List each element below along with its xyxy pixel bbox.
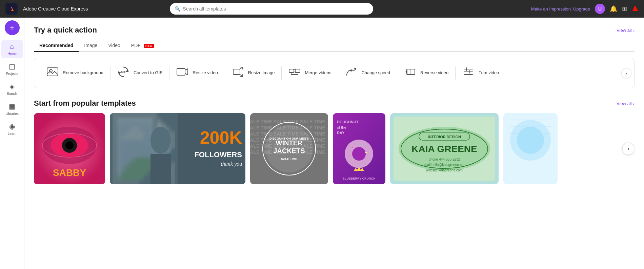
top-navigation: Adobe Creative Cloud Express 🔍 Make an I… bbox=[0, 0, 644, 18]
search-bar[interactable]: 🔍 bbox=[170, 3, 373, 15]
quick-actions-scroll-right[interactable]: › bbox=[621, 68, 631, 78]
brands-icon: ◈ bbox=[9, 82, 15, 90]
upgrade-link[interactable]: Upgrade bbox=[573, 6, 590, 12]
tab-recommended[interactable]: Recommended bbox=[34, 40, 79, 52]
templates-scroll-right[interactable]: › bbox=[622, 143, 635, 155]
remove-bg-icon bbox=[46, 66, 59, 80]
app-logo bbox=[5, 3, 18, 15]
sidebar-item-brands-label: Brands bbox=[7, 92, 18, 96]
avatar[interactable]: U bbox=[595, 4, 605, 14]
resize-image-icon bbox=[232, 66, 244, 80]
tab-pdf[interactable]: PDF NEW bbox=[126, 40, 160, 52]
template-card-5[interactable]: INTERIOR DESIGN KAIA GREENE phone 444-55… bbox=[390, 113, 499, 184]
svg-point-23 bbox=[65, 141, 74, 149]
svg-text:DOUGHNUT: DOUGHNUT bbox=[337, 120, 359, 124]
svg-text:website kaiagreene.com: website kaiagreene.com bbox=[426, 168, 463, 172]
svg-text:GIF: GIF bbox=[121, 70, 126, 74]
search-input[interactable] bbox=[183, 6, 368, 12]
svg-text:email hello@kaiagreene.com: email hello@kaiagreene.com bbox=[422, 163, 466, 167]
apps-icon[interactable]: ⊞ bbox=[622, 5, 627, 13]
svg-text:FOLLOWERS: FOLLOWERS bbox=[194, 150, 242, 159]
svg-marker-5 bbox=[632, 5, 638, 11]
resize-video-icon bbox=[176, 66, 188, 80]
search-icon: 🔍 bbox=[175, 6, 180, 12]
convert-gif-label: Convert to GIF bbox=[134, 70, 162, 76]
svg-text:200K: 200K bbox=[200, 128, 242, 147]
template-card-6[interactable] bbox=[503, 113, 558, 184]
sidebar-item-brands[interactable]: ◈ Brands bbox=[1, 80, 23, 98]
svg-text:SALE TIME SALE TIME SALE TIME: SALE TIME SALE TIME SALE TIME bbox=[250, 119, 325, 124]
tab-video[interactable]: Video bbox=[103, 40, 126, 52]
quick-action-reverse-video[interactable]: Reverse video bbox=[397, 62, 455, 84]
svg-rect-13 bbox=[289, 69, 294, 73]
sidebar-item-libraries[interactable]: ▦ Libraries bbox=[1, 100, 23, 118]
resize-video-label: Resize video bbox=[193, 70, 218, 76]
svg-rect-12 bbox=[233, 69, 240, 75]
quick-actions-row: Remove background GIF Convert to GIF bbox=[40, 62, 629, 84]
sidebar-item-projects[interactable]: ◫ Projects bbox=[1, 60, 23, 78]
svg-text:JACKETS: JACKETS bbox=[273, 147, 305, 154]
quick-action-view-all[interactable]: View all › bbox=[617, 28, 635, 33]
sidebar: + ⌂ Home ◫ Projects ◈ Brands ▦ Libraries… bbox=[0, 18, 24, 269]
quick-action-resize-video[interactable]: Resize video bbox=[169, 62, 224, 84]
svg-rect-6 bbox=[47, 68, 58, 76]
svg-text:BLUEBERRY CRUNCH: BLUEBERRY CRUNCH bbox=[342, 177, 375, 180]
templates-view-all[interactable]: View all › bbox=[617, 101, 635, 106]
quick-action-trim-video[interactable]: Trim video bbox=[456, 62, 506, 84]
sidebar-item-learn[interactable]: ◉ Learn bbox=[1, 120, 23, 138]
templates-title: Start from popular templates bbox=[34, 99, 136, 108]
app-title: Adobe Creative Cloud Express bbox=[23, 6, 88, 12]
pdf-badge: NEW bbox=[144, 44, 154, 48]
adobe-icon[interactable] bbox=[632, 5, 639, 13]
template-card-1[interactable]: SABBY bbox=[34, 113, 105, 184]
projects-icon: ◫ bbox=[9, 62, 15, 70]
trim-video-icon bbox=[462, 66, 475, 80]
change-speed-icon bbox=[345, 66, 357, 80]
reverse-video-label: Reverse video bbox=[420, 70, 448, 76]
sidebar-item-libraries-label: Libraries bbox=[5, 112, 18, 116]
quick-actions-container: Remove background GIF Convert to GIF bbox=[34, 58, 635, 88]
nav-right: Make an Impression. Upgrade U 🔔 ⊞ bbox=[531, 4, 639, 14]
svg-text:INTERIOR DESIGN: INTERIOR DESIGN bbox=[428, 135, 461, 139]
merge-videos-label: Merge videos bbox=[305, 70, 331, 76]
libraries-icon: ▦ bbox=[9, 102, 15, 110]
tab-image[interactable]: Image bbox=[79, 40, 103, 52]
merge-videos-icon bbox=[288, 66, 301, 80]
svg-rect-28 bbox=[178, 113, 245, 184]
templates-header: Start from popular templates View all › bbox=[34, 99, 635, 108]
trim-video-label: Trim video bbox=[479, 70, 499, 76]
bell-icon[interactable]: 🔔 bbox=[610, 5, 617, 13]
svg-text:phone 444-553-2232: phone 444-553-2232 bbox=[429, 158, 460, 161]
quick-action-convert-gif[interactable]: GIF Convert to GIF bbox=[110, 62, 169, 84]
template-card-3[interactable]: SALE TIME SALE TIME SALE TIME SALE TIME … bbox=[250, 113, 328, 184]
sidebar-item-home[interactable]: ⌂ Home bbox=[1, 40, 23, 58]
svg-point-29 bbox=[150, 127, 171, 154]
svg-point-52 bbox=[352, 147, 366, 161]
sidebar-item-projects-label: Projects bbox=[6, 72, 18, 76]
main-layout: + ⌂ Home ◫ Projects ◈ Brands ▦ Libraries… bbox=[0, 18, 644, 269]
svg-text:SALE TIME: SALE TIME bbox=[281, 157, 297, 161]
quick-action-title: Try a quick action bbox=[34, 26, 97, 35]
template-card-4[interactable]: DOUGHNUT of the DAY BLUEBERRY CRUN bbox=[333, 113, 385, 184]
svg-text:WINTER: WINTER bbox=[276, 139, 303, 147]
svg-text:U: U bbox=[598, 6, 602, 12]
svg-rect-0 bbox=[7, 5, 16, 13]
promo-text: Make an Impression. Upgrade bbox=[531, 6, 590, 12]
home-icon: ⌂ bbox=[10, 43, 14, 50]
svg-point-71 bbox=[517, 127, 544, 154]
quick-action-remove-bg[interactable]: Remove background bbox=[40, 62, 110, 84]
change-speed-label: Change speed bbox=[361, 70, 390, 76]
svg-text:of the: of the bbox=[337, 125, 346, 129]
create-button[interactable]: + bbox=[5, 20, 20, 35]
sidebar-item-learn-label: Learn bbox=[8, 132, 17, 136]
template-card-2[interactable]: 200K FOLLOWERS thank you bbox=[110, 113, 245, 184]
quick-action-resize-image[interactable]: Resize image bbox=[225, 62, 282, 84]
quick-action-merge-videos[interactable]: Merge videos bbox=[282, 62, 338, 84]
learn-icon: ◉ bbox=[9, 122, 15, 130]
remove-bg-label: Remove background bbox=[63, 70, 103, 76]
svg-rect-16 bbox=[407, 69, 415, 75]
quick-action-change-speed[interactable]: Change speed bbox=[338, 62, 397, 84]
sidebar-item-home-label: Home bbox=[7, 52, 17, 56]
resize-image-label: Resize image bbox=[248, 70, 275, 76]
templates-section: Start from popular templates View all › bbox=[34, 99, 635, 184]
